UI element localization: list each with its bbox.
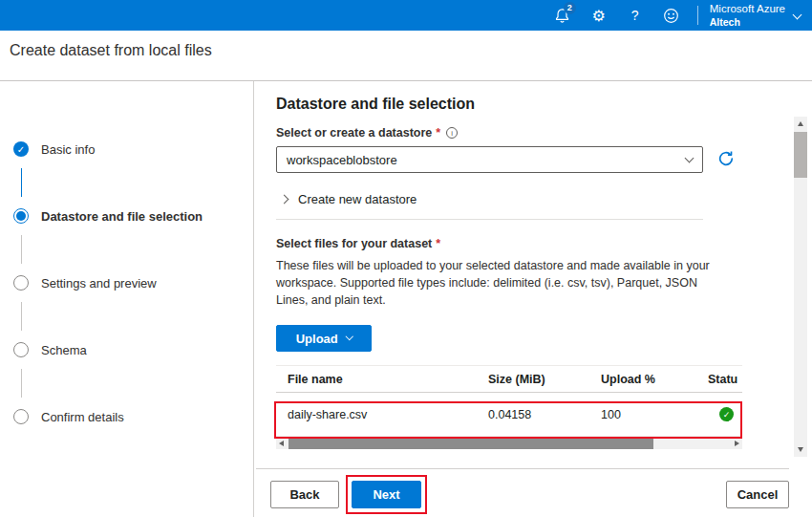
create-new-datastore-toggle[interactable]: Create new datastore: [276, 189, 742, 208]
step-settings-and-preview[interactable]: Settings and preview: [13, 273, 247, 292]
datastore-field-label: Select or create a datastore *: [276, 125, 742, 140]
step-label: Datastore and file selection: [41, 209, 203, 224]
step-label: Basic info: [41, 142, 95, 157]
column-header-upload-pct: Upload %: [601, 373, 708, 386]
step-content-panel: Datastore and file selection Select or c…: [276, 96, 742, 449]
step-label: Confirm details: [41, 410, 124, 424]
scroll-right-arrow-icon[interactable]: [735, 441, 739, 446]
chevron-down-icon: [346, 333, 353, 340]
gear-icon: [592, 7, 606, 25]
datastore-dropdown[interactable]: workspaceblobstore: [276, 146, 703, 173]
info-icon[interactable]: [446, 127, 458, 139]
scroll-down-arrow-icon[interactable]: [798, 447, 803, 452]
file-table-header: File name Size (MiB) Upload % Statu: [276, 365, 742, 393]
panel-divider: [253, 81, 254, 517]
step-complete-check-icon: [13, 141, 29, 157]
column-header-file-name: File name: [288, 373, 488, 386]
wizard-steps: Basic info Datastore and file selection …: [13, 140, 247, 426]
step-connector: [21, 235, 22, 264]
feedback-button[interactable]: [657, 0, 686, 31]
refresh-button[interactable]: [716, 150, 736, 169]
topbar-actions: 2 ? Microsoft Azure Altech: [548, 0, 808, 31]
cell-file-name: daily-share.csv: [288, 408, 488, 421]
notification-badge: 2: [564, 2, 576, 14]
datastore-dropdown-row: workspaceblobstore: [276, 146, 742, 173]
step-basic-info[interactable]: Basic info: [13, 140, 247, 159]
step-connector: [21, 302, 22, 331]
files-label-text: Select files for your dataset: [276, 237, 432, 250]
files-field-label: Select files for your dataset *: [276, 236, 742, 251]
step-datastore-and-file-selection[interactable]: Datastore and file selection: [13, 206, 247, 226]
page-title: Create dataset from local files: [10, 42, 212, 59]
chevron-right-icon: [280, 194, 289, 204]
upload-success-icon: [719, 407, 734, 421]
column-header-status: Statu: [708, 373, 742, 386]
step-connector: [21, 369, 22, 398]
horizontal-scrollbar[interactable]: [276, 438, 742, 449]
upload-button[interactable]: Upload: [276, 325, 372, 352]
cell-size: 0.04158: [488, 408, 601, 421]
smiley-icon: [663, 8, 679, 24]
cell-upload-pct: 100: [601, 408, 708, 421]
back-button[interactable]: Back: [270, 481, 339, 508]
datastore-selected-value: workspaceblobstore: [287, 153, 397, 167]
step-connector: [21, 168, 22, 197]
step-label: Settings and preview: [41, 276, 157, 291]
help-icon: ?: [631, 8, 639, 23]
step-upcoming-icon: [13, 342, 29, 357]
scroll-left-arrow-icon[interactable]: [279, 441, 284, 446]
horizontal-scrollbar-thumb[interactable]: [288, 438, 653, 449]
section-divider: [276, 219, 703, 220]
step-current-icon: [13, 208, 29, 224]
datastore-label-text: Select or create a datastore: [276, 126, 432, 140]
column-header-size: Size (MiB): [488, 373, 601, 386]
step-confirm-details[interactable]: Confirm details: [13, 407, 247, 426]
product-name: Microsoft Azure: [710, 3, 785, 16]
account-texts: Microsoft Azure Altech: [710, 3, 785, 28]
content-heading: Datastore and file selection: [276, 96, 742, 113]
create-new-datastore-label: Create new datastore: [298, 192, 417, 206]
cancel-button[interactable]: Cancel: [726, 481, 789, 508]
step-upcoming-icon: [13, 409, 29, 424]
files-description: These files will be uploaded to your sel…: [276, 257, 719, 309]
vertical-scrollbar-thumb[interactable]: [794, 132, 807, 178]
chevron-down-icon: [685, 153, 694, 162]
table-row[interactable]: daily-share.csv 0.04158 100: [276, 393, 742, 437]
help-button[interactable]: ?: [621, 0, 650, 31]
vertical-scrollbar[interactable]: [794, 117, 807, 457]
footer-divider: [256, 468, 789, 469]
step-schema[interactable]: Schema: [13, 340, 247, 359]
refresh-icon: [717, 150, 735, 167]
account-switcher[interactable]: Microsoft Azure Altech: [710, 3, 808, 28]
topbar-divider: [697, 6, 698, 25]
scroll-up-arrow-icon[interactable]: [798, 121, 803, 126]
create-dataset-window: 2 ? Microsoft Azure Altech: [0, 0, 812, 517]
directory-name: Altech: [710, 16, 740, 29]
chevron-down-icon: [793, 11, 802, 20]
header-divider: [0, 80, 812, 81]
azure-top-bar: 2 ? Microsoft Azure Altech: [0, 0, 812, 31]
next-button[interactable]: Next: [352, 481, 421, 508]
required-asterisk: *: [436, 237, 440, 250]
notifications-button[interactable]: 2: [548, 0, 577, 31]
settings-button[interactable]: [585, 0, 613, 31]
step-upcoming-icon: [13, 275, 29, 291]
required-asterisk: *: [436, 126, 440, 140]
upload-button-label: Upload: [296, 332, 338, 346]
step-label: Schema: [41, 343, 87, 357]
